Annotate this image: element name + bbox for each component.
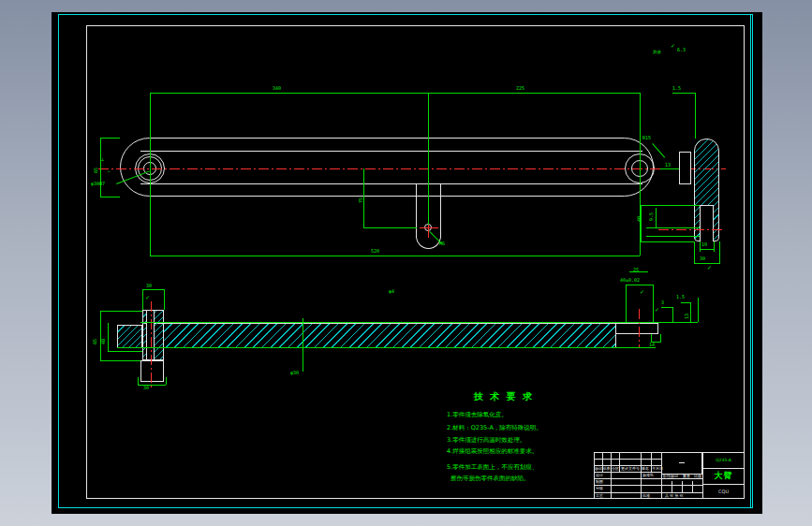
dimension-label: 13 [685,314,689,319]
roughness-value: 6.3 [677,48,686,52]
dimension-label: R15 [642,136,651,140]
dimension-label: 75 [359,197,363,203]
cad-viewer-page: 340 225 65 φ30H7 75 520 M6 R15 13 ⊥ ⌐ 1.… [0,0,812,526]
dim-ext-m [142,289,143,310]
dim-ext-left-hole [150,93,151,256]
tb-company: CQU [702,484,745,499]
dim-line-offset-top [672,93,695,94]
dim-ext-slot-center [428,93,429,225]
dim-line-end-width [626,285,653,285]
dim-ext-x [698,298,699,322]
side-view-rib-outline [679,152,691,184]
dim-line-slot-offset [363,168,364,227]
title-block-line [611,452,612,499]
tb-header-zone: 分区 [612,467,619,471]
section-bar-hatch [164,324,615,347]
dim-arrow-line [656,208,657,227]
dim-ext-u [653,285,654,322]
tb-label-weight: 重量 [683,475,690,478]
tech-requirement-line: 擦伤等损伤零件表面的缺陷。 [450,475,530,482]
slot-center-cross-h [420,227,438,228]
dimension-label: 65 [93,339,97,344]
dimension-label: 19 [701,242,707,247]
dim-ext-c [363,227,417,228]
top-view-inner-edge-lower [140,183,642,184]
dim-ext-w [690,302,691,323]
dim-ext-g [646,227,700,228]
dim-ext-k [694,241,695,263]
tb-material-mark: Q235-A [702,452,745,468]
tb-label-process: 工艺 [596,494,603,498]
dim-overlay-bottom-edge [117,347,656,348]
slot-wall-left [416,183,417,237]
dim-line-bottom [150,256,640,256]
dim-tick-rib [660,168,679,169]
title-block-line [672,481,672,492]
dim-ext-j [714,241,715,252]
dim-ext-h [646,236,700,237]
tb-label-scale: 比例 [694,475,701,478]
paper-border-inner-line [750,14,751,508]
roughness-icon: ✓ [655,307,659,313]
top-view-inner-edge-upper [140,151,642,152]
side-view-slot [700,205,714,241]
dim-overlay-top-edge [140,322,698,323]
dimension-label: φ4 [389,289,394,294]
dim-ext-v [672,307,673,323]
dimension-label: 30 [143,386,149,390]
section-step-edge [615,334,616,348]
tb-label-sheet: 共 张 第 张 [665,494,684,498]
slot-wall-right [440,183,441,237]
dimension-label: 520 [371,249,379,254]
top-view-centerline [98,168,726,169]
perpendicularity-symbol: ⊥ [101,157,104,162]
dim-ext-a [100,138,120,139]
roughness-note-prefix: 其余 [653,51,661,55]
dim-line-top [150,93,640,94]
dimension-label: 65 [94,168,98,173]
tb-header-date: 年月日 [652,467,663,471]
tb-label-standard: 标准化 [642,474,654,477]
tb-header-sign: 签名 [642,467,649,471]
dimension-label: 225 [516,86,524,91]
dimension-label: 30 [146,284,152,288]
section-left-stub [117,325,142,348]
side-view-centerline [658,229,723,230]
dimension-label: φ30H7 [91,182,105,186]
dim-line-slot-width [700,249,715,250]
dim-line-boss-width [138,385,166,386]
roughness-icon: ✓ [671,43,675,49]
corner-symbol: ⌐ [108,169,111,174]
dim-ext-y [651,334,652,342]
tb-header-mark: 标记 [595,467,602,471]
dimension-label: 1.5 [676,295,685,300]
dim-ext-z [660,334,661,342]
dimension-label: 340 [273,86,281,91]
dim-ext-l [719,241,720,263]
dimension-label: φ30 [290,371,299,375]
dimension-label: 14 [649,343,655,347]
dim-ext-e [641,205,700,206]
section-end-centerline [639,309,640,348]
dim-line-hub-width [142,289,164,290]
tb-label-design: 设计 [596,474,603,477]
roughness-icon: ✓ [707,265,712,270]
dim-tick-a [661,307,672,308]
dimension-label: 40±0.02 [620,278,640,283]
dim-ext-t [626,285,627,322]
section-thin-end [615,323,658,334]
dim-tick-c [629,271,648,272]
dim-ext-f [641,241,694,242]
title-block-line [682,481,683,492]
tb-label-check: 审核 [596,487,603,490]
dimension-label: 40 [637,216,642,222]
dim-ext-n [164,289,165,310]
dim-ext-r [138,377,139,385]
tb-header-count: 处数 [603,467,611,471]
dim-line-slot-depth [641,205,642,241]
tech-requirement-line: 2.材料：Q235-A，除有特殊说明。 [447,425,542,431]
roughness-icon: ✓ [145,295,150,300]
tb-label-approve: 批准 [642,494,650,498]
tech-requirements-title: 技 术 要 求 [466,392,541,402]
dim-ext-q [108,351,142,352]
